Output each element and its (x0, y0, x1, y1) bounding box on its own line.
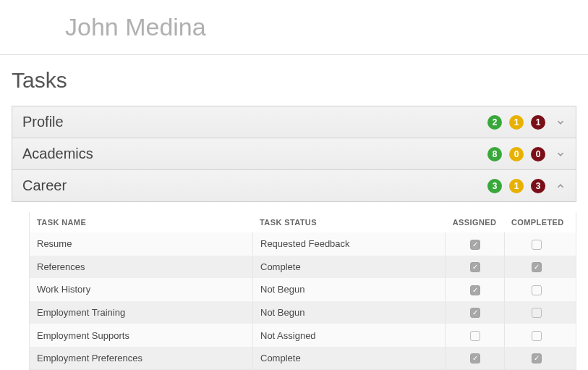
accordion-profile: Profile 2 1 1 (12, 106, 576, 138)
task-name: References (30, 256, 252, 278)
badge-green: 8 (487, 147, 502, 161)
accordion-header-profile[interactable]: Profile 2 1 1 (12, 106, 576, 138)
table-row: Work History Not Begun (30, 278, 576, 301)
col-header-status: TASK STATUS (252, 212, 445, 232)
section-heading-tasks: Tasks (12, 68, 576, 93)
task-status: Complete (252, 347, 445, 369)
badge-green: 2 (487, 115, 502, 130)
assigned-checkbox[interactable] (470, 331, 480, 341)
completed-checkbox[interactable] (532, 240, 542, 250)
accordion-header-career[interactable]: Career 3 1 3 (12, 170, 576, 201)
accordion-career: Career 3 1 3 (12, 169, 576, 202)
badge-amber: 0 (509, 147, 524, 161)
status-badges: 3 1 3 (487, 179, 545, 193)
table-row: Resume Requested Feedback (30, 232, 576, 256)
task-name: Resume (30, 232, 252, 255)
task-status: Not Begun (252, 278, 445, 300)
col-header-name: TASK NAME (30, 212, 252, 232)
table-row: Employment Preferences Complete (30, 347, 576, 370)
table-row: References Complete (30, 256, 576, 279)
accordion-title: Profile (22, 114, 487, 130)
task-table: TASK NAME TASK STATUS ASSIGNED COMPLETED… (29, 212, 576, 370)
task-status: Not Begun (252, 301, 445, 324)
accordion-title: Academics (22, 146, 487, 162)
badge-red: 0 (531, 147, 545, 161)
badge-green: 3 (487, 179, 502, 193)
badge-red: 1 (531, 115, 545, 130)
task-name: Employment Supports (30, 324, 252, 347)
status-badges: 2 1 1 (487, 115, 545, 130)
task-status: Requested Feedback (252, 232, 445, 255)
assigned-checkbox[interactable] (470, 285, 480, 295)
table-row: Employment Training Not Begun (30, 301, 576, 324)
assigned-checkbox[interactable] (470, 353, 480, 363)
page-title: John Medina (0, 0, 588, 54)
col-header-assigned: ASSIGNED (445, 212, 504, 232)
accordion-header-academics[interactable]: Academics 8 0 0 (12, 138, 576, 169)
table-header-row: TASK NAME TASK STATUS ASSIGNED COMPLETED (30, 212, 576, 232)
completed-checkbox[interactable] (532, 308, 542, 318)
table-row: Employment Supports Not Assigned (30, 324, 576, 347)
completed-checkbox[interactable] (532, 262, 542, 272)
task-status: Complete (252, 256, 445, 278)
assigned-checkbox[interactable] (470, 308, 480, 318)
badge-amber: 1 (509, 115, 524, 130)
badge-amber: 1 (509, 179, 524, 193)
completed-checkbox[interactable] (532, 285, 542, 295)
chevron-up-icon (555, 181, 566, 191)
accordion-title: Career (22, 177, 487, 194)
completed-checkbox[interactable] (532, 331, 542, 341)
task-status: Not Assigned (252, 324, 445, 347)
badge-red: 3 (531, 179, 545, 193)
assigned-checkbox[interactable] (470, 240, 480, 250)
chevron-down-icon (555, 149, 566, 159)
assigned-checkbox[interactable] (470, 262, 480, 272)
task-name: Work History (30, 278, 252, 300)
col-header-completed: COMPLETED (504, 212, 571, 232)
chevron-down-icon (555, 117, 566, 127)
task-name: Employment Preferences (30, 347, 252, 369)
completed-checkbox[interactable] (532, 353, 542, 363)
accordion-academics: Academics 8 0 0 (12, 138, 576, 170)
status-badges: 8 0 0 (487, 147, 545, 161)
task-name: Employment Training (30, 301, 252, 324)
